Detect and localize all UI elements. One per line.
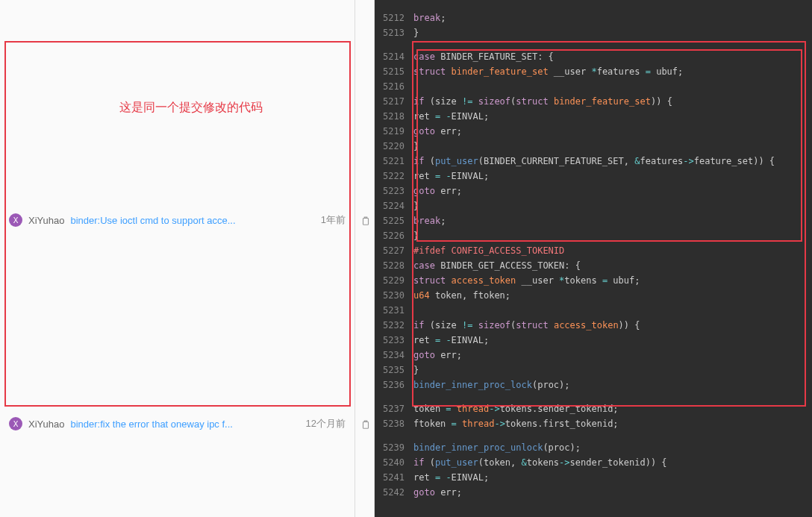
line-number[interactable]: 5230	[375, 288, 405, 303]
code-line[interactable]: ret = -EINVAL;	[410, 333, 812, 348]
line-number[interactable]: 5237	[375, 401, 405, 416]
gutter-cell	[355, 348, 374, 363]
code-line[interactable]: break;	[410, 10, 812, 25]
code-line[interactable]	[410, 79, 812, 94]
commit-age: 12个月前	[306, 417, 346, 430]
gutter-cell	[355, 377, 374, 392]
line-number-column: 5212521352145215521652175218521952205221…	[375, 0, 410, 517]
code-line[interactable]: binder_inner_proc_lock(proc);	[410, 377, 812, 392]
code-line[interactable]: }	[410, 25, 812, 40]
commit-message-link[interactable]: binder:Use ioctl cmd to support acce...	[70, 215, 316, 226]
commit-age: 1年前	[321, 213, 346, 227]
code-line[interactable]: if (size != sizeof(struct binder_feature…	[410, 94, 812, 109]
line-number[interactable]: 5214	[375, 49, 405, 64]
code-line[interactable]: case BINDER_GET_ACCESS_TOKEN: {	[410, 258, 812, 273]
line-number[interactable]: 5216	[375, 79, 405, 94]
gutter-cell	[355, 243, 374, 258]
code-line[interactable]: break;	[410, 213, 812, 228]
gutter-cell	[355, 258, 374, 273]
line-number[interactable]: 5218	[375, 109, 405, 124]
code-line[interactable]: goto err;	[410, 348, 812, 363]
code-line[interactable]: if (put_user(BINDER_CURRENT_FEATURE_SET,…	[410, 154, 812, 169]
blame-entry[interactable]: X XiYuhao binder:fix the error that onew…	[0, 417, 355, 430]
code-line[interactable]: struct binder_feature_set __user *featur…	[410, 64, 812, 79]
gutter-cell	[355, 109, 374, 124]
code-line[interactable]: case BINDER_FEATURE_SET: {	[410, 49, 812, 64]
gutter-cell	[355, 288, 374, 303]
gutter-cell	[355, 25, 374, 40]
line-number[interactable]: 5236	[375, 377, 405, 392]
blame-author: XiYuhao	[28, 419, 64, 430]
line-number[interactable]: 5212	[375, 10, 405, 25]
line-number[interactable]: 5224	[375, 198, 405, 213]
code-line[interactable]	[410, 303, 812, 318]
line-number[interactable]: 5229	[375, 273, 405, 288]
line-number[interactable]: 5239	[375, 440, 405, 455]
blame-view-container: 这是同一个提交修改的代码 X XiYuhao binder:Use ioctl …	[0, 0, 812, 517]
code-line[interactable]: u64 token, ftoken;	[410, 288, 812, 303]
line-number[interactable]: 5231	[375, 303, 405, 318]
code-line[interactable]: }	[410, 198, 812, 213]
svg-rect-0	[363, 219, 369, 225]
gutter-cell	[355, 124, 374, 139]
line-number[interactable]: 5240	[375, 455, 405, 470]
line-number[interactable]: 5223	[375, 184, 405, 198]
code-line[interactable]: #ifdef CONFIG_ACCESS_TOKENID	[410, 243, 812, 258]
line-number[interactable]: 5234	[375, 348, 405, 363]
line-number[interactable]: 5226	[375, 228, 405, 243]
line-number[interactable]: 5213	[375, 25, 405, 40]
code-line[interactable]: if (size != sizeof(struct access_token))…	[410, 318, 812, 333]
gutter-cell	[355, 470, 374, 485]
copy-icon[interactable]	[356, 213, 375, 228]
line-number[interactable]: 5225	[375, 213, 405, 228]
gutter-cell	[355, 79, 374, 94]
gutter-cell	[355, 401, 374, 416]
avatar: X	[9, 417, 22, 430]
code-line[interactable]: ret = -EINVAL;	[410, 169, 812, 184]
code-line[interactable]: token = thread->tokens.sender_tokenid;	[410, 401, 812, 416]
line-number[interactable]: 5227	[375, 243, 405, 258]
code-line[interactable]: }	[410, 228, 812, 243]
gutter-cell	[355, 49, 374, 64]
code-line[interactable]: ret = -EINVAL;	[410, 109, 812, 124]
line-number[interactable]: 5219	[375, 124, 405, 139]
gutter-cell	[355, 273, 374, 288]
code-line[interactable]: goto err;	[410, 485, 812, 500]
blame-entry[interactable]: X XiYuhao binder:Use ioctl cmd to suppor…	[0, 213, 355, 227]
gutter-cell	[355, 139, 374, 154]
line-number[interactable]: 5238	[375, 416, 405, 431]
gutter-cell	[355, 94, 374, 109]
commit-message-link[interactable]: binder:fix the error that oneway ipc f..…	[70, 419, 301, 430]
gutter-cell	[355, 318, 374, 333]
code-column: break; } case BINDER_FEATURE_SET: { stru…	[410, 0, 812, 517]
code-line[interactable]: ftoken = thread->tokens.first_tokenid;	[410, 416, 812, 431]
code-line[interactable]: struct access_token __user *tokens = ubu…	[410, 273, 812, 288]
line-number[interactable]: 5242	[375, 485, 405, 500]
code-line[interactable]: }	[410, 363, 812, 377]
gutter-column	[355, 0, 375, 517]
gutter-cell	[355, 154, 374, 169]
code-line[interactable]: goto err;	[410, 124, 812, 139]
code-line[interactable]: ret = -EINVAL;	[410, 470, 812, 485]
copy-icon[interactable]	[356, 417, 375, 432]
code-pane: 5212521352145215521652175218521952205221…	[355, 0, 812, 517]
code-line[interactable]: goto err;	[410, 184, 812, 198]
gutter-cell	[355, 333, 374, 348]
line-number[interactable]: 5235	[375, 363, 405, 377]
line-number[interactable]: 5220	[375, 139, 405, 154]
line-number[interactable]: 5232	[375, 318, 405, 333]
line-number[interactable]: 5215	[375, 64, 405, 79]
gutter-cell	[355, 10, 374, 25]
line-number[interactable]: 5233	[375, 333, 405, 348]
line-number[interactable]: 5221	[375, 154, 405, 169]
gutter-cell	[355, 228, 374, 243]
gutter-cell	[355, 485, 374, 500]
code-line[interactable]: binder_inner_proc_unlock(proc);	[410, 440, 812, 455]
line-number[interactable]: 5222	[375, 169, 405, 184]
line-number[interactable]: 5217	[375, 94, 405, 109]
gutter-cell	[355, 64, 374, 79]
line-number[interactable]: 5241	[375, 470, 405, 485]
code-line[interactable]: }	[410, 139, 812, 154]
line-number[interactable]: 5228	[375, 258, 405, 273]
code-line[interactable]: if (put_user(token, &tokens->sender_toke…	[410, 455, 812, 470]
